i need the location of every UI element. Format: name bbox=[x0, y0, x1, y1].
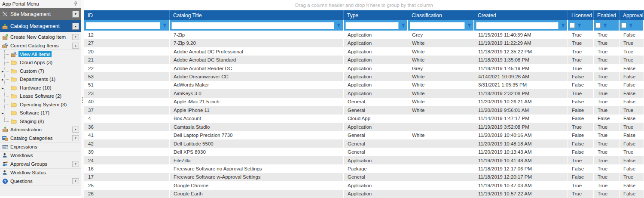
sidebar-item-workflows[interactable]: Workflows bbox=[0, 152, 81, 160]
table-row[interactable]: 16Freeware Software no Approval Settings… bbox=[84, 164, 644, 173]
filter-input-type[interactable] bbox=[345, 22, 399, 29]
sidebar-item-workflow-status[interactable]: Workflow Status bbox=[0, 169, 81, 177]
sidebar-item-current-catalog-items[interactable]: Current Catalog Items▲ bbox=[0, 41, 81, 50]
chevron-down-button[interactable]: ▼ bbox=[72, 127, 79, 133]
filter-icon[interactable] bbox=[577, 23, 582, 28]
cell-catalog_title: Dell Laptop Precision 7730 bbox=[170, 131, 344, 139]
column-header-enabled[interactable]: Enabled bbox=[594, 10, 620, 20]
chevron-down-button[interactable]: ▼ bbox=[72, 161, 79, 167]
column-header-classification[interactable]: Classification bbox=[408, 10, 474, 20]
sidebar-item-create-new-catalog-item[interactable]: Create New Catalog Item▼ bbox=[0, 33, 81, 41]
filter-icon[interactable] bbox=[162, 23, 167, 28]
cell-id: 39 bbox=[84, 148, 170, 156]
filter-checkbox-enabled[interactable] bbox=[595, 23, 601, 28]
section-header-label: Site Management bbox=[10, 11, 51, 17]
expand-arrow-icon[interactable]: ▶ bbox=[1, 69, 5, 72]
tree-item-software-17[interactable]: ▶Software (17) bbox=[0, 109, 81, 118]
table-row[interactable]: 25Google ChromeApplication11/19/2019 10:… bbox=[84, 181, 644, 189]
section-header-catalog-management[interactable]: Catalog Management▼ bbox=[0, 20, 81, 32]
tree-item-view-all-items[interactable]: View All Items bbox=[0, 50, 81, 59]
column-header-label: ID bbox=[88, 12, 93, 19]
column-header-created[interactable]: Created bbox=[474, 10, 568, 20]
tree-item-operating-system-3[interactable]: Operating System (3) bbox=[0, 100, 81, 109]
table-row[interactable]: 24FileZillaApplication11/19/2019 10:41:4… bbox=[84, 156, 644, 164]
chevron-up-button[interactable]: ▲ bbox=[72, 43, 79, 49]
table-row[interactable]: 37Apple iPhone 11GeneralWhite11/20/2019 … bbox=[84, 106, 644, 114]
table-row[interactable]: 277-Zip 9.20ApplicationWhite11/19/2019 1… bbox=[84, 39, 644, 47]
table-row[interactable]: 36Camtasia StudioApplication11/19/2019 3… bbox=[84, 123, 644, 131]
chevron-down-button[interactable]: ▼ bbox=[72, 11, 79, 18]
table-row[interactable]: 21Adobe Acrobat DC StandardApplicationWh… bbox=[84, 56, 644, 64]
column-header-type[interactable]: Type bbox=[344, 10, 408, 20]
sidebar-item-expressions[interactable]: Expressions bbox=[0, 143, 81, 152]
expand-arrow-icon[interactable]: ▶ bbox=[1, 111, 5, 114]
tree-item-lease-software-2[interactable]: Lease Software (2) bbox=[0, 92, 81, 101]
filter-input-catalog_title[interactable] bbox=[171, 22, 334, 29]
pin-icon[interactable] bbox=[72, 1, 79, 7]
column-header-approval[interactable]: Approval bbox=[620, 10, 644, 20]
filter-checkbox-approval[interactable] bbox=[621, 23, 626, 28]
chevron-down-button[interactable]: ▼ bbox=[72, 23, 79, 30]
grid-filter-row bbox=[84, 20, 644, 31]
chevron-down-button[interactable]: ▼ bbox=[72, 178, 79, 184]
tree-item-staging-8[interactable]: Staging (8) bbox=[0, 117, 81, 126]
cell-catalog_title: Adobe Acrobat DC Standard bbox=[170, 56, 344, 64]
cell-catalog_title: 7-Zip 9.20 bbox=[170, 39, 344, 47]
column-header-licensed[interactable]: Licensed bbox=[568, 10, 594, 20]
expand-arrow-icon[interactable]: ▶ bbox=[1, 78, 5, 81]
chevron-down-button[interactable]: ▼ bbox=[72, 135, 79, 141]
sidebar-item-catalog-categories[interactable]: Catalog Categories▼ bbox=[0, 134, 81, 143]
filter-icon[interactable] bbox=[603, 23, 607, 28]
filter-input-classification[interactable] bbox=[410, 22, 465, 29]
cell-created: 11/20/2019 10:40:16 AM bbox=[474, 131, 568, 139]
cell-created: 4/14/2021 10:09:26 AM bbox=[474, 72, 568, 80]
sidebar-item-questions[interactable]: ?Questions▼ bbox=[0, 177, 81, 186]
table-row[interactable]: 22Adobe Acrobat Reader DCApplicationGrey… bbox=[84, 64, 644, 72]
sidebar-item-administration[interactable]: Administration▼ bbox=[0, 126, 81, 134]
table-row[interactable]: 23AimKeys 3.0ApplicationWhite11/18/2019 … bbox=[84, 89, 644, 97]
filter-icon[interactable] bbox=[561, 23, 565, 28]
cell-catalog_title: AimKeys 3.0 bbox=[170, 89, 344, 97]
chevron-down-button[interactable]: ▼ bbox=[72, 34, 79, 40]
filter-icon[interactable] bbox=[401, 23, 406, 28]
table-row[interactable]: 17Freeware Software w-Approval SettingsG… bbox=[84, 173, 644, 181]
table-row[interactable]: 127-ZipApplicationGrey11/15/2019 11:40:3… bbox=[84, 31, 644, 39]
cell-enabled: True bbox=[594, 106, 620, 114]
sidebar-splitter[interactable] bbox=[81, 0, 84, 198]
section-header-site-management[interactable]: Site Management▼ bbox=[0, 8, 81, 20]
cell-type: General bbox=[344, 106, 408, 114]
table-row[interactable]: 53Adobe Dreamweaver CCApplicationWhite4/… bbox=[84, 72, 644, 80]
box-add-icon bbox=[2, 34, 8, 40]
column-header-id[interactable]: ID bbox=[84, 10, 170, 20]
filter-input-created[interactable] bbox=[476, 22, 559, 29]
cell-created: 11/20/2019 10:26:21 AM bbox=[474, 98, 568, 106]
table-row[interactable]: 39Dell XPS 8930General11/20/2019 10:13:4… bbox=[84, 148, 644, 156]
folder-icon bbox=[10, 110, 17, 116]
tree-item-custom-7[interactable]: ▶Custom (7) bbox=[0, 67, 81, 75]
sidebar-item-approval-groups[interactable]: Approval Groups▼ bbox=[0, 160, 81, 169]
cell-approval: False bbox=[620, 181, 644, 189]
table-row[interactable]: 4Box AccountCloud App11/14/2019 1:47:17 … bbox=[84, 114, 644, 123]
cell-licensed: False bbox=[568, 131, 594, 139]
tree-item-cloud-apps-3[interactable]: Cloud Apps (3) bbox=[0, 59, 81, 67]
table-row[interactable]: 51AdWords MakerApplicationWhite3/31/2021… bbox=[84, 81, 644, 89]
cell-classification bbox=[408, 123, 474, 131]
tree-item-hardware-10[interactable]: ▶Hardware (10) bbox=[0, 84, 81, 92]
table-row[interactable]: 41Dell Laptop Precision 7730GeneralWhite… bbox=[84, 131, 644, 139]
filter-icon[interactable] bbox=[336, 23, 341, 28]
group-by-bar[interactable]: Drag a column header and drop it here to… bbox=[84, 0, 644, 10]
table-row[interactable]: 20Adobe Acrobat DC ProfessionalApplicati… bbox=[84, 47, 644, 56]
filter-icon[interactable] bbox=[467, 23, 472, 28]
filter-checkbox-licensed[interactable] bbox=[570, 23, 575, 28]
column-header-catalog_title[interactable]: Catalog Title bbox=[170, 10, 344, 20]
tree-item-departments-1[interactable]: ▶Departments (1) bbox=[0, 75, 81, 84]
filter-input-id[interactable] bbox=[86, 22, 160, 29]
cell-id: 41 bbox=[84, 131, 170, 139]
expand-arrow-icon[interactable]: ▶ bbox=[1, 86, 5, 89]
table-row[interactable]: 40Apple iMac 21.5 inchGeneralWhite11/20/… bbox=[84, 98, 644, 106]
cell-approval: False bbox=[620, 164, 644, 173]
table-row[interactable]: 26Google EarthApplication11/19/2019 10:5… bbox=[84, 190, 644, 198]
filter-icon[interactable] bbox=[629, 23, 633, 28]
tree-item-label: View All Items bbox=[18, 51, 52, 57]
table-row[interactable]: 42Dell Latitude 5500General11/20/2019 10… bbox=[84, 139, 644, 148]
